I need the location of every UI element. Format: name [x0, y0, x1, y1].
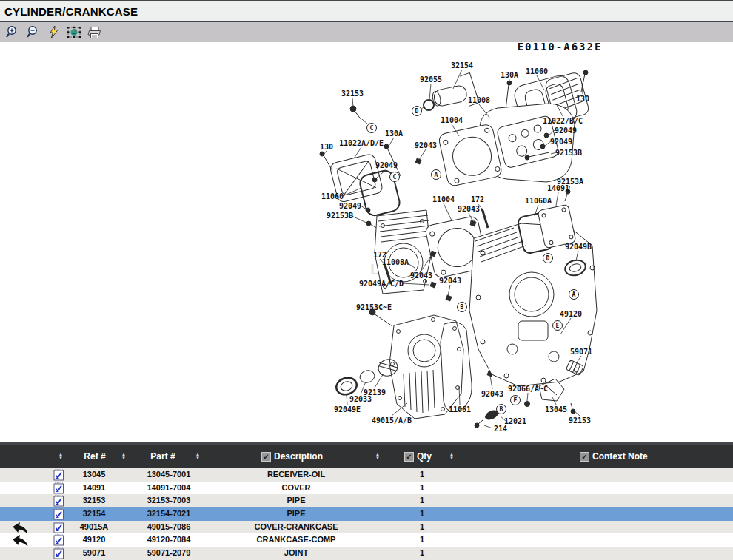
part-number-label[interactable]: 92049B: [565, 243, 592, 251]
part-number-label[interactable]: 92049: [339, 202, 361, 210]
edit-note-icon[interactable]: [53, 482, 64, 494]
print-button[interactable]: [87, 24, 103, 40]
part-number-label[interactable]: 11004: [441, 116, 463, 124]
context-note-checkbox[interactable]: ✓: [580, 452, 589, 462]
reference-letter-badge: D: [412, 106, 422, 116]
part-number-label[interactable]: 130A: [385, 129, 403, 138]
table-row[interactable]: 59071 59071-2079 JOINT 1: [0, 547, 733, 560]
reference-letter-badge: B: [457, 302, 467, 312]
zoom-in-icon: [5, 25, 19, 39]
part-number-label[interactable]: 11060A: [525, 197, 552, 205]
edit-note-icon[interactable]: [53, 534, 64, 546]
lightning-icon: [48, 25, 59, 39]
sort-icon[interactable]: ▲▼: [121, 445, 126, 468]
part-number-label[interactable]: 92033: [349, 395, 372, 403]
part-number-cell: 14091-7004: [128, 482, 210, 495]
part-number-label[interactable]: 92153: [569, 416, 591, 425]
context-note-cell: [518, 521, 729, 534]
part-number-label[interactable]: 11061: [449, 405, 471, 414]
part-number-label[interactable]: 130: [320, 143, 333, 151]
part-number-label[interactable]: 11008A: [382, 258, 409, 266]
ref-number-cell: 32153: [68, 494, 120, 507]
part-number-label[interactable]: 32153: [341, 90, 364, 98]
table-row[interactable]: 49120 49120-7084 CRANKCASE-COMP 1: [0, 533, 733, 547]
image-select-button[interactable]: [66, 24, 82, 40]
edit-note-icon[interactable]: [53, 522, 64, 533]
part-number-label[interactable]: 14091: [547, 184, 569, 192]
part-number-label[interactable]: 11008: [468, 96, 490, 104]
part-number-label[interactable]: 92043: [439, 277, 461, 285]
column-header-description[interactable]: Description: [274, 451, 323, 462]
table-row[interactable]: 14091 14091-7004 COVER 1: [0, 482, 733, 495]
reference-letter-badge: E: [510, 395, 521, 405]
table-row[interactable]: 49015A 49015-7086 COVER-CRANKCASE 1: [0, 521, 733, 534]
part-number-label[interactable]: 92049: [550, 138, 572, 146]
part-number-label[interactable]: 130A: [501, 71, 518, 79]
column-header-part[interactable]: Part #: [150, 445, 175, 468]
part-number-label[interactable]: 214: [494, 425, 507, 433]
part-number-label[interactable]: 32154: [451, 61, 473, 70]
part-number-label[interactable]: 11060: [526, 67, 548, 75]
column-header-qty[interactable]: Qty: [417, 451, 432, 462]
linked-arrow-icon[interactable]: [10, 522, 30, 533]
lightning-button[interactable]: [45, 24, 61, 40]
part-number-label[interactable]: 92043: [481, 390, 503, 398]
part-number-label[interactable]: 11004: [432, 195, 455, 203]
sort-icon[interactable]: ▲▼: [375, 445, 380, 468]
part-number-label[interactable]: 92043: [415, 141, 437, 149]
part-number-label[interactable]: 49015/A/B: [372, 416, 412, 425]
reference-letter-badge: D: [543, 253, 553, 263]
description-checkbox[interactable]: ✓: [261, 452, 271, 462]
diagram-area: [0, 42, 733, 442]
sort-icon[interactable]: ▲▼: [58, 445, 63, 468]
ref-number-cell: 32154: [68, 507, 120, 521]
sort-icon[interactable]: ▲▼: [195, 445, 200, 468]
table-row[interactable]: 32154 32154-7021 PIPE 1: [0, 507, 733, 521]
part-number-label[interactable]: 92153C~E: [356, 303, 392, 311]
edit-note-icon[interactable]: [53, 508, 64, 520]
print-icon: [87, 26, 102, 39]
description-cell: RECEIVER-OIL: [218, 468, 374, 482]
zoom-out-button[interactable]: [24, 24, 41, 40]
part-number-label[interactable]: 11060: [321, 192, 344, 200]
part-number-label[interactable]: 92049A/C/D: [359, 280, 404, 288]
part-number-label[interactable]: 49120: [560, 310, 582, 318]
context-note-cell: [518, 482, 729, 495]
qty-cell: 1: [400, 547, 444, 560]
part-number-label[interactable]: 13045: [545, 405, 567, 414]
table-header: ▲▼ Ref # ▲▼ Part # ▲▼ ✓ Description ▲▼ ✓…: [0, 445, 733, 468]
sort-icon[interactable]: ▲▼: [449, 445, 454, 468]
part-number-label[interactable]: 92049E: [334, 405, 361, 414]
table-row[interactable]: 32153 32153-7003 PIPE 1: [0, 494, 733, 507]
part-number-cell: 59071-2079: [128, 547, 210, 560]
edit-note-icon[interactable]: [53, 547, 64, 559]
edit-note-icon[interactable]: [53, 495, 64, 507]
part-number-label[interactable]: 92049: [375, 161, 398, 169]
table-row[interactable]: 13045 13045-7001 RECEIVER-OIL 1: [0, 468, 733, 482]
part-number-label[interactable]: 92049: [555, 126, 577, 135]
part-number-label[interactable]: 130: [576, 95, 589, 103]
part-number-label[interactable]: 11022A/D/E: [339, 139, 384, 147]
edit-note-icon[interactable]: [53, 469, 64, 481]
part-number-label[interactable]: 92043: [458, 205, 480, 213]
part-number-label[interactable]: 59071: [570, 348, 592, 356]
part-number-label[interactable]: 12021: [504, 417, 526, 425]
description-cell: PIPE: [218, 494, 374, 507]
title-bar: CYLINDER/CRANKCASE: [0, 0, 733, 22]
column-header-context-note[interactable]: Context Note: [592, 451, 648, 462]
part-number-label[interactable]: 92043: [410, 271, 432, 280]
context-note-cell: [518, 547, 729, 560]
part-number-label[interactable]: 92153B: [327, 212, 353, 220]
part-number-cell: 32154-7021: [128, 507, 210, 521]
part-number-label[interactable]: 92055: [420, 75, 442, 84]
part-number-label[interactable]: 92153B: [555, 149, 582, 157]
qty-checkbox[interactable]: ✓: [404, 452, 414, 462]
part-number-label[interactable]: 11022/B/C: [543, 117, 583, 125]
linked-arrow-icon[interactable]: [10, 534, 30, 546]
context-note-cell: [518, 507, 729, 521]
column-header-ref[interactable]: Ref #: [84, 445, 105, 468]
reference-letter-badge: A: [431, 169, 441, 180]
part-number-label[interactable]: 92066/A~C: [508, 385, 548, 393]
part-number-label[interactable]: 172: [471, 195, 484, 203]
zoom-in-button[interactable]: [4, 24, 20, 40]
